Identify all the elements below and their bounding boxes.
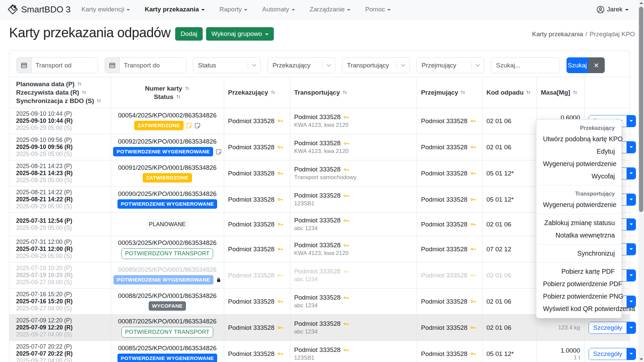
dates-cell: 2025-07-31 12:54 (P)2025-09-29 05:00 (S) [9, 213, 111, 236]
details-caret-button[interactable] [627, 142, 636, 153]
key-icon [470, 170, 477, 176]
scroll-up-arrow[interactable] [638, 0, 644, 6]
menu-item[interactable]: Edytuj [536, 145, 622, 158]
table-row[interactable]: 2025-07-07 20:22 (P)2025-07-07 20:22 (R)… [9, 341, 630, 362]
app-brand[interactable]: SmartBDO 3 [7, 4, 70, 15]
header-number-status[interactable]: Numer karty Status [111, 77, 224, 108]
menu-divider [536, 262, 622, 263]
chevron-down-icon [630, 223, 633, 225]
mass-cell: 1.0000 1 t [537, 341, 584, 362]
transport-to-input[interactable] [120, 58, 186, 73]
details-split-button[interactable]: Szczegóły [589, 322, 636, 334]
search-button[interactable]: Szukaj [566, 57, 588, 73]
transportujacy-cell: Podmiot 333528 abc 1234 [290, 262, 417, 289]
details-button-label[interactable]: Szczegóły [589, 348, 627, 360]
calendar-icon[interactable] [17, 58, 32, 73]
status-select[interactable]: Status [193, 57, 261, 73]
header-dates[interactable]: Planowana data (P) Rzeczywista data (R) … [9, 77, 111, 108]
przekazujacy-select[interactable]: Przekazujący [267, 57, 335, 73]
transportujacy-detail: 123SB1 [294, 355, 413, 361]
card-number: 00091/2025/KPO/0001/863534826 [115, 164, 220, 171]
menu-item[interactable]: Wyświetl kod QR potwierdzenia [536, 303, 622, 315]
nav-item-1[interactable]: Karty przekazania [145, 6, 205, 13]
filter-bar: Status Przekazujący Transportujący Przej… [16, 57, 623, 73]
menu-item[interactable]: Zablokuj zmianę statusu [536, 217, 622, 229]
nav-item-0[interactable]: Karty ewidencji [81, 6, 130, 13]
transportujacy-detail: Transport samochodowy [294, 174, 413, 181]
transport-from-input[interactable] [32, 58, 98, 73]
menu-item[interactable]: Pobierz kartę PDF [536, 265, 622, 278]
menu-item[interactable]: Wygeneruj potwierdzenie [536, 158, 622, 170]
details-caret-button[interactable] [627, 194, 636, 205]
details-button-label[interactable]: Szczegóły [589, 322, 627, 333]
nav-item-3[interactable]: Automaty [262, 6, 295, 13]
transportujacy-detail: abc 1234 [294, 276, 413, 283]
number-status-cell: 00091/2025/KPO/0001/863534826 ZATWIERDZO… [111, 160, 224, 187]
user-menu[interactable]: Jarek [597, 6, 629, 13]
add-button[interactable]: Dodaj [175, 27, 203, 41]
note-gray-icon[interactable] [195, 123, 200, 128]
key-icon [470, 144, 477, 150]
status-badge: ZATWIERDZONE [134, 121, 183, 130]
przejmujacy-cell: Podmiot 333528 [417, 187, 482, 213]
details-split-button[interactable]: Szczegóły [589, 348, 636, 360]
sort-icon [460, 90, 465, 95]
note-yellow-icon[interactable] [186, 123, 192, 128]
details-caret-button[interactable] [627, 244, 636, 255]
key-icon [343, 268, 350, 275]
date-line: 2025-07-16 15:20 (R) [16, 298, 107, 305]
table-row[interactable]: 2025-07-09 12:20 (P)2025-07-09 12:20 (R)… [9, 315, 630, 341]
number-status-cell: 00087/2025/KPO/0001/863534826 POTWIERDZO… [111, 315, 224, 341]
przejmujacy-select[interactable]: Przejmujący [416, 57, 484, 73]
header-przekazujacy[interactable]: Przekazujący [224, 77, 290, 108]
table-header-row: Planowana data (P) Rzeczywista data (R) … [9, 77, 630, 108]
header-przejmujacy[interactable]: Przejmujący [417, 77, 482, 108]
note-gray-icon[interactable] [216, 149, 221, 155]
menu-item[interactable]: Pobierz potwierdzenie PDF [536, 278, 622, 290]
transportujacy-detail: abc 1234 [294, 328, 413, 335]
nav-item-5[interactable]: Pomoc [365, 6, 391, 13]
sort-icon [526, 90, 531, 95]
date-line: 2025-09-27 04:00 (S) [16, 357, 107, 362]
header-masa[interactable]: Masa[Mg] [537, 77, 584, 108]
przekazujacy-cell: Podmiot 333528 [224, 134, 290, 160]
header-transportujacy[interactable]: Transportujący [290, 77, 417, 108]
details-caret-button[interactable] [627, 270, 636, 281]
przejmujacy-name: Podmiot 333528 [421, 246, 467, 253]
page-scrollbar[interactable] [638, 0, 644, 362]
menu-item[interactable]: Notatka wewnętrzna [536, 229, 622, 242]
transportujacy-select[interactable]: Transportujący [342, 57, 410, 73]
calendar-icon[interactable] [105, 58, 120, 73]
nav-item-2[interactable]: Raporty [219, 6, 248, 13]
clear-filters-button[interactable]: ✕ [588, 57, 605, 73]
breadcrumb: Karty przekazania/Przeglądaj KPO [532, 31, 635, 38]
details-caret-button[interactable] [627, 219, 636, 230]
details-caret-button[interactable] [627, 168, 636, 179]
top-navbar: SmartBDO 3 Karty ewidencjiKarty przekaza… [0, 0, 644, 19]
date-line: 2025-07-07 20:22 (R) [16, 350, 107, 357]
nav-item-4[interactable]: Zarządzanie [310, 6, 351, 13]
group-actions-button[interactable]: Wykonaj grupowo [206, 27, 274, 41]
number-status-cell: 00090/2025/KPO/0001/863534826 POTWIERDZE… [111, 187, 224, 213]
details-caret-button[interactable] [627, 115, 636, 127]
date-line: 2025-07-07 20:22 (P) [16, 343, 107, 350]
user-name: Jarek [607, 6, 623, 13]
header-kod-odpadu[interactable]: Kod odpadu [482, 77, 537, 108]
menu-item[interactable]: Synchronizuj [536, 247, 622, 260]
details-caret-button[interactable] [627, 322, 636, 333]
menu-item[interactable]: Wygeneruj potwierdzenie [536, 199, 622, 211]
przekazujacy-cell: Podmiot 333528 [224, 289, 290, 315]
scrollbar-thumb[interactable] [639, 7, 643, 212]
details-caret-button[interactable] [627, 348, 636, 360]
menu-item[interactable]: Pobierz potwierdzenie PNG [536, 290, 622, 303]
card-number: 00053/2025/KPO/0002/863534826 [115, 239, 220, 247]
search-input[interactable] [491, 57, 560, 73]
breadcrumb-parent[interactable]: Karty przekazania [532, 31, 583, 38]
waste-code-cell: 02 01 06 [482, 262, 537, 289]
menu-item[interactable]: Wycofaj [536, 170, 622, 183]
menu-item[interactable]: Utwórz podobną kartę KPO [536, 133, 622, 145]
scroll-down-arrow[interactable] [638, 356, 644, 362]
chevron-down-icon [387, 9, 391, 11]
przekazujacy-cell: Podmiot 333528 [224, 315, 290, 341]
person-circle-icon [597, 6, 604, 13]
